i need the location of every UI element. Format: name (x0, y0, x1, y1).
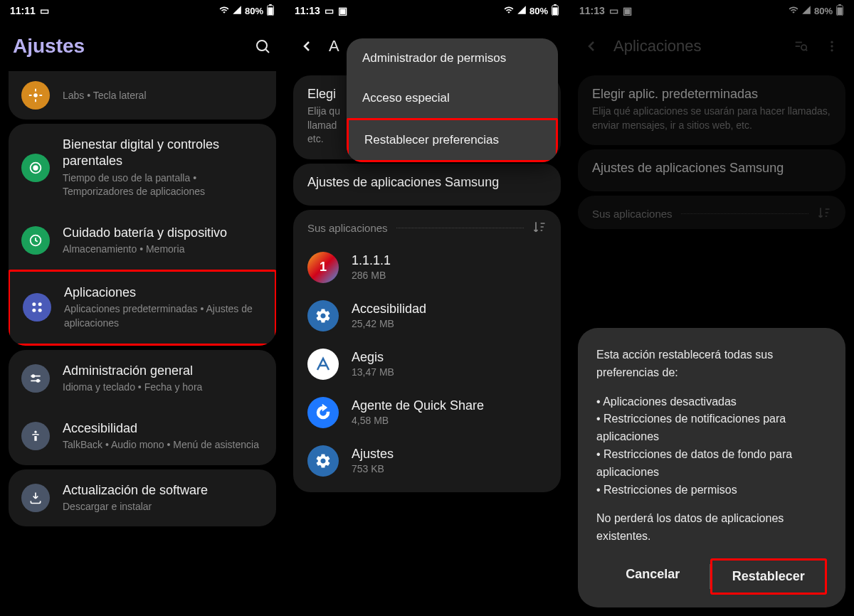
setting-title: Actualización de software (63, 482, 263, 499)
settings-card-group3: Actualización de software Descargar e in… (9, 469, 276, 527)
dialog-bullet: • Restricciones de datos de fondo para a… (596, 446, 827, 482)
sort-icon[interactable] (532, 220, 547, 236)
svg-rect-19 (554, 4, 557, 6)
notification-icon: ▣ (338, 5, 347, 16)
dialog-intro: Esta acción restablecerá todas sus prefe… (596, 346, 827, 382)
setting-sub: Aplicaciones predeterminadas • Ajustes d… (64, 302, 262, 330)
status-bar: 11:11 ▭ 80% (0, 0, 285, 21)
advanced-icon (21, 81, 50, 110)
app-row[interactable]: 1 1.1.1.1 286 MB (293, 243, 561, 292)
app-size: 4,58 MB (352, 415, 484, 426)
app-size: 13,47 MB (352, 366, 394, 378)
wifi-icon (219, 5, 229, 17)
app-icon (307, 349, 339, 380)
svg-point-16 (37, 380, 39, 382)
battery-care-icon (21, 226, 50, 255)
setting-title: Accesibilidad (63, 420, 263, 437)
menu-special-access[interactable]: Acceso especial (347, 78, 558, 118)
app-icon (307, 397, 339, 428)
app-row[interactable]: Ajustes 753 KB (293, 437, 561, 485)
setting-advanced-partial[interactable]: Labs • Tecla lateral (9, 71, 276, 120)
apps-list-card: Sus aplicaciones 1 1.1.1.1 286 MB Accesi… (293, 210, 561, 492)
setting-sub: Idioma y teclado • Fecha y hora (63, 381, 263, 395)
setting-wellbeing[interactable]: Bienestar digital y controles parentales… (9, 124, 276, 212)
notification-icon: ▭ (40, 5, 49, 16)
dialog-bullets: • Aplicaciones desactivadas • Restriccio… (596, 393, 827, 499)
app-size: 753 KB (352, 463, 394, 474)
wellbeing-icon (21, 154, 50, 182)
status-time: 11:11 (10, 5, 36, 16)
battery-text: 80% (245, 6, 263, 16)
svg-rect-20 (552, 7, 557, 15)
svg-rect-1 (269, 4, 272, 6)
screen-apps-with-menu: 11:13 ▭ ▣ 80% A Elegi Elija qu llamad et… (285, 0, 569, 616)
setting-sub: TalkBack • Audio mono • Menú de asistenc… (63, 438, 263, 452)
wifi-icon (504, 5, 514, 17)
samsung-apps-card[interactable]: Ajustes de aplicaciones Samsung (293, 164, 561, 206)
search-icon[interactable] (253, 37, 272, 55)
app-size: 25,42 MB (352, 318, 426, 329)
svg-point-12 (38, 309, 42, 312)
app-row[interactable]: Accesibilidad 25,42 MB (293, 292, 561, 340)
settings-card-partial: Labs • Tecla lateral (9, 71, 276, 120)
dialog-bullet: • Restricciones de notificaciones para a… (596, 410, 827, 446)
apps-icon (23, 293, 51, 322)
app-row[interactable]: Agente de Quick Share 4,58 MB (293, 388, 561, 437)
back-icon[interactable] (297, 37, 316, 55)
app-row[interactable]: Aegis 13,47 MB (293, 340, 561, 388)
setting-general[interactable]: Administración general Idioma y teclado … (9, 350, 276, 408)
confirm-reset-button[interactable]: Restablecer (710, 558, 828, 595)
setting-sub: Tiempo de uso de la pantalla • Temporiza… (63, 171, 263, 199)
app-name: 1.1.1.1 (352, 253, 391, 268)
signal-icon (232, 5, 242, 17)
setting-apps[interactable]: Aplicaciones Aplicaciones predeterminada… (9, 270, 276, 346)
svg-point-9 (32, 303, 36, 307)
setting-sub: Almacenamiento • Memoria (63, 243, 263, 257)
setting-title: Cuidado batería y dispositivo (63, 225, 263, 241)
app-name: Aegis (352, 350, 394, 365)
status-time: 11:13 (295, 5, 320, 16)
battery-icon (266, 4, 275, 18)
status-bar: 11:13 ▭ ▣ 80% (285, 0, 569, 21)
apps-section-header: Sus aplicaciones (293, 210, 561, 243)
app-icon (307, 445, 339, 477)
battery-text: 80% (529, 6, 548, 16)
app-name: Accesibilidad (352, 302, 426, 317)
samsung-settings-label: Ajustes de aplicaciones Samsung (307, 175, 547, 190)
setting-sub: Descargar e instalar (63, 500, 263, 514)
dialog-bullet: • Restricciones de permisos (596, 482, 827, 499)
menu-permission-manager[interactable]: Administrador de permisos (347, 38, 558, 78)
section-label: Sus aplicaciones (307, 222, 388, 234)
settings-card-group2: Administración general Idioma y teclado … (9, 350, 276, 465)
accessibility-icon (21, 422, 50, 450)
update-icon (21, 484, 50, 512)
cancel-button[interactable]: Cancelar (596, 558, 710, 595)
svg-point-11 (32, 309, 36, 312)
settings-card-group1: Bienestar digital y controles parentales… (9, 124, 276, 346)
dialog-bullet: • Aplicaciones desactivadas (596, 393, 827, 411)
app-name: Ajustes (352, 447, 394, 462)
svg-point-15 (32, 375, 34, 377)
setting-software-update[interactable]: Actualización de software Descargar e in… (9, 469, 276, 527)
general-icon (21, 364, 50, 393)
app-icon: 1 (307, 252, 339, 283)
setting-sub: Labs • Tecla lateral (63, 89, 263, 103)
notification-icon: ▭ (325, 5, 334, 16)
overflow-menu: Administrador de permisos Acceso especia… (347, 38, 558, 162)
svg-point-10 (38, 303, 42, 307)
svg-line-4 (266, 50, 270, 53)
dialog-outro: No perderá los datos de aplicaciones exi… (596, 510, 827, 546)
svg-point-5 (33, 93, 38, 97)
screen-settings-main: 11:11 ▭ 80% Ajustes Labs (0, 0, 285, 616)
setting-title: Aplicaciones (64, 285, 262, 301)
svg-point-3 (257, 41, 267, 51)
screen-apps-dialog: 11:13 ▭ ▣ 80% Aplicaciones Elegir aplic.… (569, 0, 854, 616)
app-name: Agente de Quick Share (352, 398, 484, 413)
setting-battery[interactable]: Cuidado batería y dispositivo Almacenami… (9, 212, 276, 270)
battery-icon (551, 4, 559, 18)
menu-reset-preferences[interactable]: Restablecer preferencias (347, 118, 558, 162)
reset-preferences-dialog: Esta acción restablecerá todas sus prefe… (578, 328, 845, 607)
signal-icon (517, 5, 527, 17)
setting-accessibility[interactable]: Accesibilidad TalkBack • Audio mono • Me… (9, 408, 276, 465)
page-title: Ajustes (13, 35, 241, 58)
